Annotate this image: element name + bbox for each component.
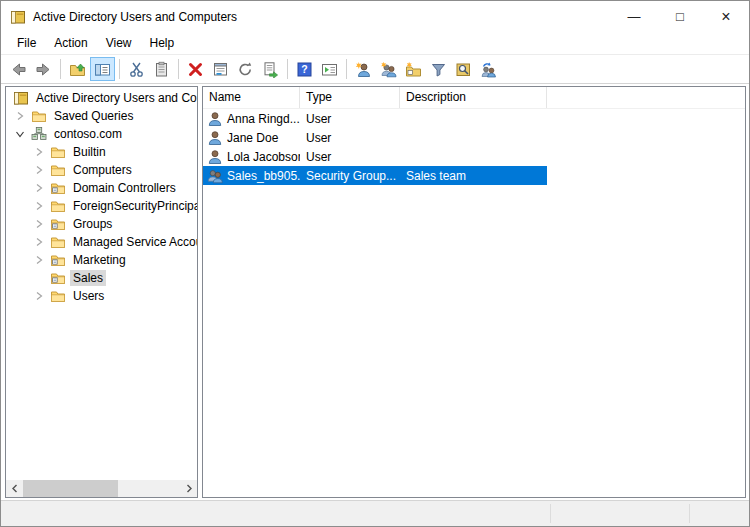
user-icon <box>207 149 223 165</box>
column-header-type[interactable]: Type <box>300 87 400 108</box>
cut-icon <box>128 61 145 78</box>
cell-description <box>400 128 547 147</box>
help-icon: ? <box>296 61 313 78</box>
ou-folder-icon <box>50 252 66 268</box>
folder-icon <box>31 108 47 124</box>
toolbar-separator <box>346 59 347 79</box>
folder-icon <box>50 288 66 304</box>
export-list-button[interactable] <box>258 57 283 81</box>
show-console-tree-button[interactable] <box>90 57 115 81</box>
forward-button[interactable] <box>31 57 56 81</box>
tree-item-managed-service-accounts[interactable]: Managed Service Accounts <box>6 233 197 251</box>
cell-name: Anna Ringd... <box>227 112 300 126</box>
minimize-button[interactable]: — <box>611 1 657 32</box>
list-row-anna-ringdahl[interactable]: Anna Ringd... User <box>203 109 745 128</box>
new-user-icon <box>355 61 372 78</box>
user-icon <box>207 130 223 146</box>
help-button[interactable]: ? <box>292 57 317 81</box>
up-one-level-button[interactable] <box>65 57 90 81</box>
menu-file[interactable]: File <box>8 33 45 53</box>
cell-description: Sales team <box>400 166 547 185</box>
tree-item-domain-controllers[interactable]: Domain Controllers <box>6 179 197 197</box>
chevron-down-icon[interactable] <box>13 127 27 141</box>
chevron-right-icon[interactable] <box>13 109 27 123</box>
chevron-placeholder <box>32 271 46 285</box>
tree-item-builtin[interactable]: Builtin <box>6 143 197 161</box>
delete-button[interactable] <box>183 57 208 81</box>
export-list-icon <box>262 61 279 78</box>
svg-text:?: ? <box>301 63 307 75</box>
folder-icon <box>50 198 66 214</box>
title-bar: Active Directory Users and Computers — □… <box>1 1 749 32</box>
cut-button[interactable] <box>124 57 149 81</box>
scroll-left-arrow-icon[interactable] <box>6 480 23 497</box>
toolbar-separator <box>60 59 61 79</box>
chevron-right-icon[interactable] <box>32 163 46 177</box>
filter-icon <box>430 61 447 78</box>
menu-help[interactable]: Help <box>141 33 184 53</box>
chevron-right-icon[interactable] <box>32 181 46 195</box>
chevron-right-icon[interactable] <box>32 217 46 231</box>
console-tree: Active Directory Users and Computers Sav… <box>6 87 197 480</box>
delete-icon <box>187 61 204 78</box>
chevron-right-icon[interactable] <box>32 235 46 249</box>
tree-horizontal-scrollbar[interactable] <box>6 480 197 497</box>
menu-action[interactable]: Action <box>45 33 96 53</box>
tree-item-sales[interactable]: Sales <box>6 269 197 287</box>
filter-button[interactable] <box>426 57 451 81</box>
properties-icon <box>212 61 229 78</box>
cell-type: Security Group... <box>300 166 400 185</box>
find-button[interactable] <box>451 57 476 81</box>
list-row-jane-doe[interactable]: Jane Doe User <box>203 128 745 147</box>
close-button[interactable]: × <box>703 1 749 32</box>
back-button[interactable] <box>6 57 31 81</box>
tree-item-marketing[interactable]: Marketing <box>6 251 197 269</box>
group-icon <box>207 168 223 184</box>
scroll-right-arrow-icon[interactable] <box>180 480 197 497</box>
paste-icon <box>153 61 170 78</box>
tree-item-foreignsecurityprincipals[interactable]: ForeignSecurityPrincipals <box>6 197 197 215</box>
user-icon <box>207 111 223 127</box>
content-area: Active Directory Users and Computers Sav… <box>1 84 749 500</box>
back-icon <box>10 61 27 78</box>
list-row-sales-group[interactable]: Sales_bb905... Security Group... Sales t… <box>203 166 745 185</box>
tree-item-computers[interactable]: Computers <box>6 161 197 179</box>
cell-type: User <box>300 147 400 166</box>
tree-item-contoso-com[interactable]: contoso.com <box>6 125 197 143</box>
column-header-filler <box>547 87 745 108</box>
menu-view[interactable]: View <box>97 33 141 53</box>
paste-button[interactable] <box>149 57 174 81</box>
new-user-button[interactable] <box>351 57 376 81</box>
tree-item-groups[interactable]: Groups <box>6 215 197 233</box>
find-icon <box>455 61 472 78</box>
domain-icon <box>31 126 47 142</box>
toolbar-separator <box>119 59 120 79</box>
new-group-button[interactable] <box>376 57 401 81</box>
column-header-description[interactable]: Description <box>400 87 547 108</box>
tree-item-root[interactable]: Active Directory Users and Computers <box>6 89 197 107</box>
chevron-right-icon[interactable] <box>32 145 46 159</box>
chevron-right-icon[interactable] <box>32 253 46 267</box>
new-ou-button[interactable] <box>401 57 426 81</box>
column-header-name[interactable]: Name <box>203 87 300 108</box>
chevron-right-icon[interactable] <box>32 199 46 213</box>
menu-bar: File Action View Help <box>1 32 749 55</box>
folder-icon <box>50 144 66 160</box>
refresh-button[interactable] <box>233 57 258 81</box>
forward-icon <box>35 61 52 78</box>
refresh-membership-button[interactable] <box>476 57 501 81</box>
chevron-right-icon[interactable] <box>32 289 46 303</box>
maximize-button[interactable]: □ <box>657 1 703 32</box>
properties-button[interactable] <box>208 57 233 81</box>
app-icon <box>10 9 26 25</box>
list-row-lola-jacobson[interactable]: Lola Jacobson User <box>203 147 745 166</box>
refresh-icon <box>237 61 254 78</box>
ou-folder-icon <box>50 180 66 196</box>
console-tree-pane: Active Directory Users and Computers Sav… <box>5 86 198 498</box>
show-window-button[interactable] <box>317 57 342 81</box>
scrollbar-track[interactable] <box>118 480 180 497</box>
tree-item-users[interactable]: Users <box>6 287 197 305</box>
tree-item-saved-queries[interactable]: Saved Queries <box>6 107 197 125</box>
scrollbar-thumb[interactable] <box>23 480 118 497</box>
new-ou-icon <box>405 61 422 78</box>
